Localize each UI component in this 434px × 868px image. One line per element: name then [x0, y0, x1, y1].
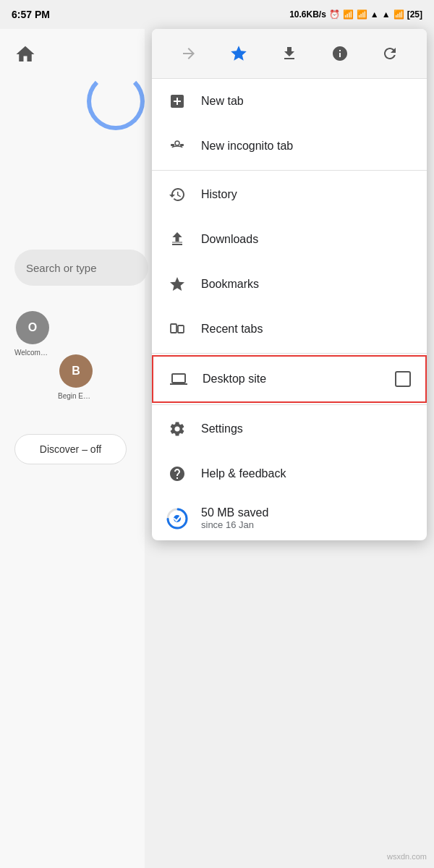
forward-button[interactable]: [174, 39, 203, 68]
savings-text-group: 50 MB saved since 16 Jan: [201, 506, 268, 530]
bookmarks-label: Bookmarks: [201, 278, 412, 291]
wifi-signal-icon: ▲: [370, 9, 379, 20]
savings-date: since 16 Jan: [201, 519, 268, 530]
recent-tabs-item[interactable]: Recent tabs: [152, 307, 427, 352]
svg-rect-4: [178, 326, 184, 333]
context-menu: New tab New incognito tab History Downlo…: [152, 29, 427, 540]
recent-tabs-label: Recent tabs: [201, 323, 412, 336]
new-tab-label: New tab: [201, 95, 412, 108]
status-indicators: 10.6KB/s ⏰ 📶 📶 ▲ ▲ 📶 [25]: [289, 9, 422, 20]
new-tab-icon: [166, 90, 188, 112]
wifi-icon: 📶: [357, 9, 367, 20]
new-incognito-item[interactable]: New incognito tab: [152, 124, 427, 169]
downloads-icon: [166, 229, 188, 250]
incognito-icon: [166, 135, 188, 157]
wifi-symbol-icon: 📶: [393, 9, 404, 20]
new-tab-item[interactable]: New tab: [152, 79, 427, 124]
settings-icon: [166, 418, 188, 440]
history-icon: [166, 184, 188, 205]
help-feedback-item[interactable]: Help & feedback: [152, 451, 427, 496]
menu-toolbar: [152, 29, 427, 79]
history-item[interactable]: History: [152, 172, 427, 217]
battery-icon: [25]: [407, 9, 422, 20]
history-label: History: [201, 188, 412, 201]
status-time: 6:57 PM: [12, 9, 50, 20]
refresh-icon: [381, 45, 399, 62]
divider-3: [152, 404, 427, 405]
divider-1: [152, 170, 427, 171]
downloads-item[interactable]: Downloads: [152, 217, 427, 262]
recent-tabs-icon: [166, 318, 188, 340]
divider-2: [152, 353, 427, 354]
desktop-site-checkbox[interactable]: [395, 371, 411, 387]
desktop-site-item[interactable]: Desktop site: [152, 355, 427, 403]
download-toolbar-button[interactable]: [275, 39, 304, 68]
bookmarks-icon: [166, 273, 188, 295]
signal-icon: 📶: [343, 9, 354, 20]
svg-rect-3: [171, 324, 176, 333]
help-feedback-label: Help & feedback: [201, 467, 412, 480]
savings-item: 50 MB saved since 16 Jan: [152, 496, 427, 540]
info-button[interactable]: [326, 39, 354, 68]
info-icon: [331, 45, 349, 62]
wifi-bars-icon: ▲: [382, 9, 391, 20]
desktop-site-label: Desktop site: [203, 373, 395, 386]
bookmarks-item[interactable]: Bookmarks: [152, 262, 427, 307]
savings-amount: 50 MB saved: [201, 506, 268, 519]
dropdown-overlay: New tab New incognito tab History Downlo…: [0, 29, 434, 868]
status-bar: 6:57 PM 10.6KB/s ⏰ 📶 📶 ▲ ▲ 📶 [25]: [0, 0, 434, 29]
savings-icon: [166, 508, 188, 529]
svg-point-0: [175, 141, 179, 145]
bookmark-button[interactable]: [224, 39, 253, 68]
network-speed: 10.6KB/s: [289, 9, 326, 20]
svg-rect-1: [171, 144, 174, 146]
new-incognito-label: New incognito tab: [201, 140, 412, 153]
help-icon: [166, 463, 188, 485]
settings-label: Settings: [201, 422, 412, 435]
refresh-button[interactable]: [375, 39, 404, 68]
clock-icon: ⏰: [329, 9, 340, 20]
settings-item[interactable]: Settings: [152, 407, 427, 451]
star-icon: [229, 44, 248, 63]
svg-rect-2: [180, 144, 184, 146]
download-icon: [281, 45, 298, 62]
desktop-icon: [168, 368, 190, 390]
forward-icon: [180, 45, 197, 62]
downloads-label: Downloads: [201, 233, 412, 246]
